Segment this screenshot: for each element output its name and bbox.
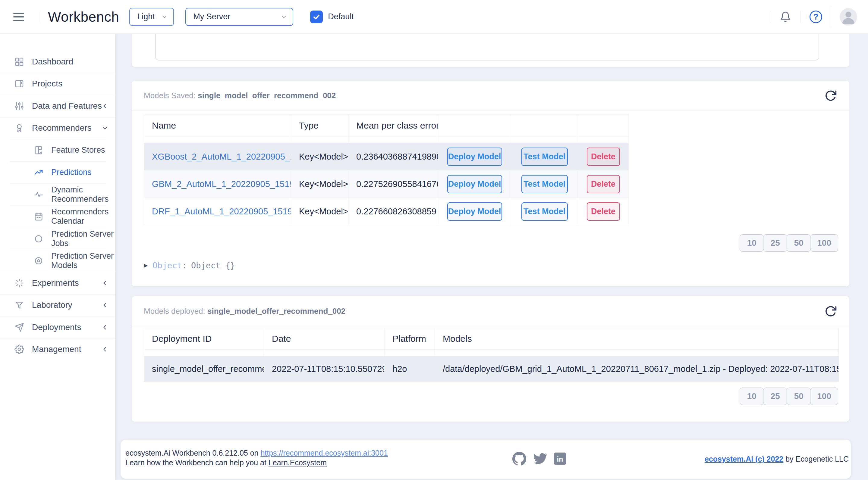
- notifications-button[interactable]: [770, 11, 801, 23]
- server-url-link[interactable]: https://recommend.ecosystem.ai:3001: [260, 449, 388, 457]
- sidebar-item-label: Prediction Server Models: [51, 251, 115, 270]
- deploy-model-button[interactable]: Deploy Model: [447, 147, 502, 166]
- model-type-cell: Key<Model>: [291, 198, 348, 225]
- model-type-cell: Key<Model>: [291, 143, 348, 170]
- sidebar-item-prediction-server-jobs[interactable]: Prediction Server Jobs: [0, 228, 115, 250]
- column-header-empty: [511, 115, 578, 136]
- deploy-model-button[interactable]: Deploy Model: [447, 175, 502, 193]
- navbar-divider: [40, 10, 40, 24]
- copyright-link[interactable]: ecosystem.Ai (c) 2022: [705, 455, 783, 463]
- feature-stores-icon: [34, 145, 43, 155]
- chevron-left-icon: [101, 102, 108, 110]
- sidebar-item-management[interactable]: Management: [0, 339, 115, 361]
- table-header-row: Deployment ID Date Platform Models: [144, 328, 839, 350]
- footer-line-1: ecosystem.Ai Workbench 0.6.212.05 on htt…: [125, 448, 388, 458]
- github-icon[interactable]: [513, 452, 526, 466]
- sidebar-item-laboratory[interactable]: Laboratory: [0, 294, 115, 316]
- twitter-icon[interactable]: [533, 452, 547, 466]
- sidebar-item-predictions[interactable]: Predictions: [0, 162, 115, 184]
- sidebar-item-projects[interactable]: Projects: [0, 73, 115, 95]
- models-deployed-card: Models deployed: single_model_offer_reco…: [132, 296, 849, 421]
- chevron-down-icon: [161, 13, 168, 20]
- hamburger-menu-icon[interactable]: [13, 13, 24, 21]
- refresh-icon: [824, 89, 837, 102]
- sidebar-item-label: Dynamic Recommenders: [51, 185, 115, 204]
- column-header-date: Date: [264, 328, 384, 350]
- sidebar-item-recommenders-calendar[interactable]: Recommenders Calendar: [0, 206, 115, 228]
- models-saved-table: Name Type Mean per class error XGBoost_2…: [144, 114, 629, 225]
- chevron-left-icon: [101, 324, 108, 331]
- sidebar-item-data-and-features[interactable]: Data and Features: [0, 95, 115, 117]
- top-navbar: Workbench Light My Server Default ?: [0, 0, 868, 34]
- models-saved-title: Models Saved: single_model_offer_recomme…: [144, 91, 336, 100]
- model-type-cell: Key<Model>: [291, 170, 348, 198]
- page-size-25-button[interactable]: 25: [763, 387, 787, 405]
- object-tree-key: Object: [153, 261, 182, 270]
- chevron-down-icon: [101, 124, 108, 132]
- sidebar-item-deployments[interactable]: Deployments: [0, 316, 115, 339]
- default-checkbox[interactable]: [310, 10, 323, 23]
- sidebar-item-prediction-server-models[interactable]: Prediction Server Models: [0, 250, 115, 272]
- models-saved-title-label: Models Saved:: [144, 91, 198, 100]
- delete-button[interactable]: Delete: [587, 202, 620, 221]
- delete-button[interactable]: Delete: [587, 175, 620, 193]
- sidebar-item-experiments[interactable]: Experiments: [0, 272, 115, 294]
- linkedin-icon[interactable]: in: [553, 452, 567, 465]
- sidebar-item-feature-stores[interactable]: Feature Stores: [0, 139, 115, 162]
- chevron-down-icon: [281, 13, 287, 20]
- object-tree-row[interactable]: ▶ Object : Object {}: [144, 261, 235, 270]
- sidebar-item-label: Experiments: [32, 278, 79, 288]
- divider: [831, 6, 831, 28]
- theme-select[interactable]: Light: [129, 8, 174, 26]
- column-header-empty: [578, 115, 629, 136]
- deploy-model-button[interactable]: Deploy Model: [447, 202, 502, 221]
- deployment-id-cell: single_model_offer_recommend: [144, 356, 264, 382]
- window-icon: [14, 79, 24, 89]
- table-row: XGBoost_2_AutoML_1_20220905_151914 Key<M…: [144, 143, 629, 170]
- sidebar-item-dashboard[interactable]: Dashboard: [0, 50, 115, 73]
- page-size-10-button[interactable]: 10: [740, 387, 764, 405]
- sidebar-item-label: Feature Stores: [51, 145, 105, 155]
- page-size-50-button[interactable]: 50: [786, 387, 811, 405]
- page-size-50-button[interactable]: 50: [786, 234, 811, 252]
- column-header-models: Models: [435, 328, 839, 350]
- models-saved-header: Models Saved: single_model_offer_recomme…: [132, 81, 849, 111]
- server-select[interactable]: My Server: [185, 8, 293, 26]
- model-name-link[interactable]: DRF_1_AutoML_1_20220905_151914: [152, 207, 291, 216]
- object-tree-separator: :: [182, 261, 187, 270]
- scrolled-card-partial: [132, 34, 849, 67]
- test-model-button[interactable]: Test Model: [521, 175, 568, 193]
- disc-icon: [34, 256, 43, 266]
- model-name-link[interactable]: GBM_2_AutoML_1_20220905_151914: [152, 179, 291, 189]
- footer-copyright: ecosystem.Ai (c) 2022 by Ecogenetic LLC: [705, 455, 849, 464]
- models-deployed-title-label: Models deployed:: [144, 307, 207, 316]
- refresh-button[interactable]: [824, 89, 838, 103]
- theme-select-value: Light: [137, 12, 155, 22]
- page-size-25-button[interactable]: 25: [763, 234, 787, 252]
- learn-ecosystem-link[interactable]: Learn.Ecosystem: [269, 458, 327, 467]
- test-model-button[interactable]: Test Model: [521, 147, 568, 166]
- help-button[interactable]: ?: [801, 10, 831, 23]
- refresh-button[interactable]: [824, 304, 838, 318]
- sidebar-item-dynamic-recommenders[interactable]: Dynamic Recommenders: [0, 183, 115, 206]
- table-row: single_model_offer_recommend 2022-07-11T…: [144, 356, 839, 382]
- column-header-type: Type: [291, 115, 348, 136]
- input-box-partial[interactable]: [155, 34, 819, 61]
- sidebar-item-recommenders[interactable]: Recommenders: [0, 117, 115, 139]
- table-row: DRF_1_AutoML_1_20220905_151914 Key<Model…: [144, 198, 629, 225]
- person-icon: [840, 8, 857, 26]
- gear-icon: [14, 344, 24, 354]
- delete-button[interactable]: Delete: [587, 147, 620, 166]
- page-size-100-button[interactable]: 100: [810, 387, 838, 405]
- column-header-empty: [438, 115, 511, 136]
- bell-icon: [780, 11, 791, 23]
- user-avatar[interactable]: [840, 8, 857, 26]
- model-error-cell: 0.22752690558416766: [348, 170, 438, 198]
- test-model-button[interactable]: Test Model: [521, 202, 568, 221]
- page-size-100-button[interactable]: 100: [810, 234, 838, 252]
- column-header-deployment-id: Deployment ID: [144, 328, 264, 350]
- page-size-10-button[interactable]: 10: [740, 234, 764, 252]
- model-name-link[interactable]: XGBoost_2_AutoML_1_20220905_151914: [152, 152, 291, 162]
- table-spacer-row: [144, 350, 839, 356]
- award-icon: [14, 123, 24, 133]
